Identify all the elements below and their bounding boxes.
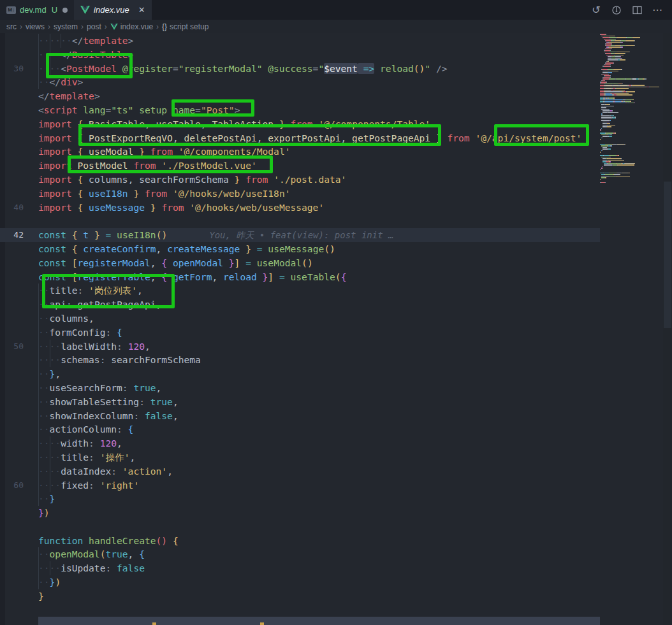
code-line[interactable]: ··api: getPostPageApi, xyxy=(0,298,600,312)
code-line[interactable]: }) xyxy=(0,506,600,520)
line-number: 42 xyxy=(0,228,36,242)
modified-dot-icon[interactable] xyxy=(62,8,68,13)
line-number xyxy=(0,312,36,326)
split-editor-icon[interactable] xyxy=(631,4,643,16)
line-number xyxy=(0,187,36,201)
code-line[interactable]: import { PostExportReqVO, deletePostApi,… xyxy=(0,131,600,145)
line-number xyxy=(0,436,36,450)
code-line[interactable]: const { createConfirm, createMessage } =… xyxy=(0,242,600,256)
code-line[interactable]: import PostModel from './PostModel.vue' xyxy=(0,159,600,173)
code-line[interactable]: 42const { t } = useI18n()You, 昨天 • feat(… xyxy=(0,228,600,242)
code-line[interactable]: ··showIndexColumn: false, xyxy=(0,409,600,423)
clipped-selected-line xyxy=(38,617,600,625)
markdown-icon: M↓ xyxy=(6,6,16,14)
line-number xyxy=(0,450,36,464)
line-number xyxy=(0,534,36,548)
line-number xyxy=(0,270,36,284)
code-area[interactable]: ······</template>····</BasicTable>30····… xyxy=(0,34,600,617)
code-line[interactable]: import { useModal } from '@/components/M… xyxy=(0,145,600,159)
line-number xyxy=(0,367,36,381)
clipped-text-fragment xyxy=(152,622,156,625)
vue-icon xyxy=(110,24,118,30)
line-number xyxy=(0,214,36,228)
code-line[interactable]: ··columns, xyxy=(0,312,600,326)
scrollbar-thumb[interactable] xyxy=(664,182,671,328)
line-number: 30 xyxy=(0,62,36,76)
scrollbar-track[interactable] xyxy=(663,33,672,625)
code-line[interactable]: ··title: '岗位列表', xyxy=(0,284,600,298)
code-line[interactable]: ··}) xyxy=(0,575,600,589)
line-number xyxy=(0,395,36,409)
breadcrumb-separator-icon: › xyxy=(156,22,159,31)
close-icon[interactable]: ✕ xyxy=(138,5,145,15)
code-line[interactable]: import { columns, searchFormSchema } fro… xyxy=(0,173,600,187)
code-line[interactable]: </template> xyxy=(0,89,600,103)
line-number xyxy=(0,242,36,256)
line-number xyxy=(0,131,36,145)
more-actions-icon[interactable]: ⋯ xyxy=(652,4,663,16)
code-line[interactable]: ··formConfig: { xyxy=(0,326,600,340)
breadcrumb-item-src[interactable]: src xyxy=(6,22,17,31)
code-line[interactable]: ····dataIndex: 'action', xyxy=(0,464,600,478)
code-line[interactable] xyxy=(0,520,600,534)
breadcrumb-separator-icon: › xyxy=(105,22,107,31)
open-changes-icon[interactable] xyxy=(611,4,622,16)
line-number xyxy=(0,284,36,298)
breadcrumb-item-index-vue[interactable]: index.vue xyxy=(110,22,153,31)
code-line[interactable]: } xyxy=(0,589,600,603)
code-line[interactable] xyxy=(0,214,600,228)
code-line[interactable]: ··}, xyxy=(0,367,600,381)
tab-label: index.vue xyxy=(94,5,129,15)
code-line[interactable]: const [registerTable, { getForm, reload … xyxy=(0,270,600,284)
code-line[interactable]: ··} xyxy=(0,492,600,506)
tab-bar: M↓ dev.md U index.vue ✕ ↺ ⋯ xyxy=(0,0,672,20)
line-number xyxy=(0,603,36,617)
breadcrumb-item-views[interactable]: views xyxy=(26,22,45,31)
code-line[interactable]: import { useI18n } from '@/hooks/web/use… xyxy=(0,187,600,201)
vscode-editor-window: M↓ dev.md U index.vue ✕ ↺ ⋯ src›views›sy… xyxy=(0,0,672,625)
code-line[interactable]: function handleCreate() { xyxy=(0,534,600,548)
clipped-text-fragment xyxy=(260,622,264,625)
line-number xyxy=(0,353,36,367)
code-line[interactable]: 40import { useMessage } from '@/hooks/we… xyxy=(0,201,600,215)
line-number xyxy=(0,492,36,506)
breadcrumb-item-script-setup[interactable]: {}script setup xyxy=(162,22,208,31)
breadcrumb-item-post[interactable]: post xyxy=(87,22,101,31)
breadcrumb: src›views›system›post›index.vue›{}script… xyxy=(0,20,672,33)
line-number xyxy=(0,464,36,478)
breadcrumb-separator-icon: › xyxy=(48,22,50,31)
code-line[interactable]: import { BasicTable, useTable, TableActi… xyxy=(0,117,600,131)
line-number xyxy=(0,256,36,270)
breadcrumb-item-system[interactable]: system xyxy=(54,22,78,31)
line-number xyxy=(0,145,36,159)
code-line[interactable]: 60····fixed: 'right' xyxy=(0,478,600,492)
line-number xyxy=(0,298,36,312)
code-line[interactable]: ····title: '操作', xyxy=(0,450,600,464)
code-line[interactable] xyxy=(0,603,600,617)
line-number xyxy=(0,422,36,436)
line-number xyxy=(0,589,36,603)
breadcrumb-separator-icon: › xyxy=(81,22,84,31)
vue-icon xyxy=(80,6,90,14)
code-line[interactable]: ····isUpdate: false xyxy=(0,561,600,575)
code-line[interactable]: <script lang="ts" setup name="Post"> xyxy=(0,103,600,117)
code-line[interactable]: ····width: 120, xyxy=(0,436,600,450)
breadcrumb-separator-icon: › xyxy=(20,22,22,31)
code-line[interactable]: ······</template> xyxy=(0,34,600,48)
code-line[interactable]: ··showTableSetting: true, xyxy=(0,395,600,409)
code-line[interactable]: ··actionColumn: { xyxy=(0,422,600,436)
timeline-history-icon[interactable]: ↺ xyxy=(590,4,602,16)
code-line[interactable]: ··useSearchForm: true, xyxy=(0,381,600,395)
minimap[interactable] xyxy=(600,34,663,625)
code-line[interactable]: ··openModal(true, { xyxy=(0,547,600,561)
tab-dev-md[interactable]: M↓ dev.md U xyxy=(0,0,74,20)
code-line[interactable]: 30····<PostModel @register="registerModa… xyxy=(0,62,600,76)
line-number xyxy=(0,561,36,575)
tab-index-vue[interactable]: index.vue ✕ xyxy=(74,0,152,20)
code-line[interactable]: ····schemas: searchFormSchema xyxy=(0,353,600,367)
code-line[interactable]: ··</div> xyxy=(0,75,600,89)
code-line[interactable]: ····</BasicTable> xyxy=(0,48,600,62)
code-line[interactable]: 50····labelWidth: 120, xyxy=(0,340,600,354)
line-number xyxy=(0,159,36,173)
code-line[interactable]: const [registerModal, { openModal }] = u… xyxy=(0,256,600,270)
